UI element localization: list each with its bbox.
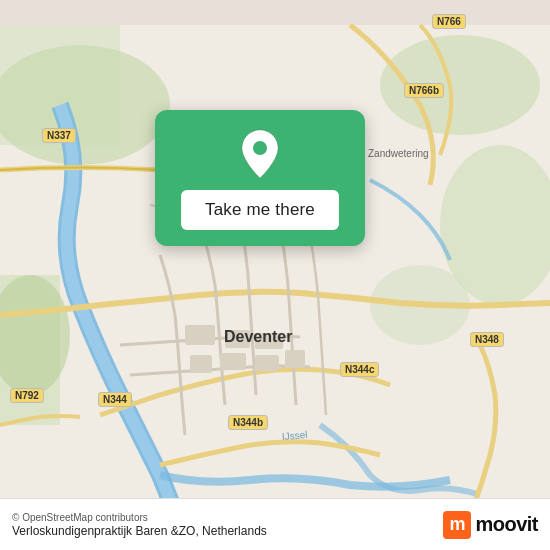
ijssel-label: IJssel	[282, 429, 308, 442]
road-badge-n766b: N766b	[404, 83, 444, 98]
road-badge-n344: N344	[98, 392, 132, 407]
city-label: Deventer	[224, 328, 292, 346]
svg-rect-13	[255, 355, 279, 371]
map-background	[0, 0, 550, 550]
road-badge-n348: N348	[470, 332, 504, 347]
attribution: © OpenStreetMap contributors Verloskundi…	[12, 512, 267, 538]
svg-rect-14	[285, 350, 305, 368]
road-badge-n766: N766	[432, 14, 466, 29]
osm-attribution: © OpenStreetMap contributors	[12, 512, 267, 523]
moovit-m-icon: m	[443, 511, 471, 539]
svg-point-15	[253, 141, 267, 155]
svg-rect-11	[190, 355, 212, 373]
road-badge-n344c: N344c	[340, 362, 379, 377]
svg-rect-8	[185, 325, 215, 345]
road-badge-n344b: N344b	[228, 415, 268, 430]
map-container: N337 N766 N766b N344 N344b N344c N348 N7…	[0, 0, 550, 550]
road-badge-n792: N792	[10, 388, 44, 403]
moovit-logo: m moovit	[443, 511, 538, 539]
moovit-text: moovit	[475, 513, 538, 536]
road-badge-n337: N337	[42, 128, 76, 143]
location-card: Take me there	[155, 110, 365, 246]
take-me-there-button[interactable]: Take me there	[181, 190, 339, 230]
location-pin-icon	[238, 128, 282, 180]
zandwetering-label: Zandwetering	[368, 148, 429, 159]
svg-rect-12	[220, 353, 246, 370]
place-full-label: Verloskundigenpraktijk Baren &ZO, Nether…	[12, 524, 267, 538]
bottom-bar: © OpenStreetMap contributors Verloskundi…	[0, 498, 550, 550]
